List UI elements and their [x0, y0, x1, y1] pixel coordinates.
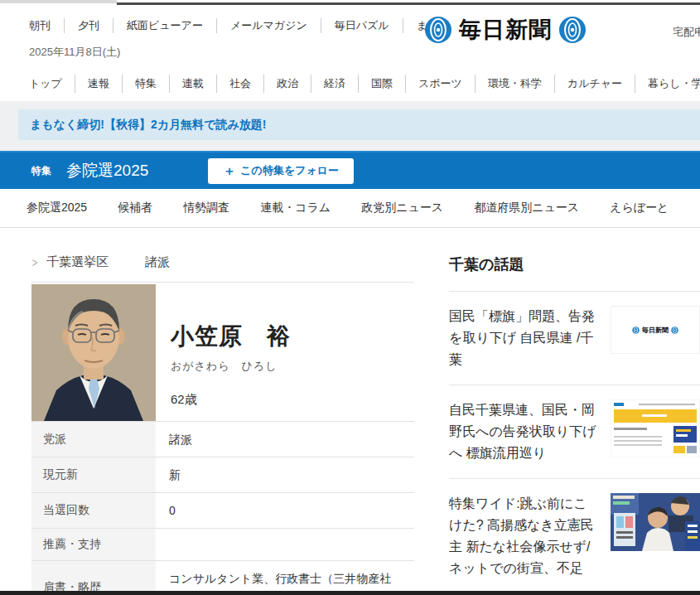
subscription-promo-banner[interactable]: まもなく締切!【秋得】2カ月無料で読み放題! [18, 109, 700, 140]
candidate-kana: おがさわら ひろし [171, 359, 291, 374]
nav-item-society[interactable]: 社会 [216, 75, 263, 93]
table-row-times-elected: 当選回数 0 [31, 493, 414, 529]
table-row-party: 党派 諸派 [31, 422, 414, 457]
nav-item-sports[interactable]: スポーツ [405, 75, 475, 93]
mainichi-logo[interactable]: 毎日新聞 [424, 15, 587, 45]
promo-text: まもなく締切!【秋得】2カ月無料で読み放題! [30, 118, 266, 133]
news-headline: 国民「標旗」問題、告発を取り下げ 自民県連 /千葉 [449, 306, 611, 370]
mainichi-eye-icon-left [424, 16, 452, 44]
utility-link-morning-edition[interactable]: 朝刊 [29, 18, 64, 33]
nav-item-economy[interactable]: 経済 [311, 75, 358, 93]
row-value: 新 [156, 457, 414, 493]
subnav-item-party-news[interactable]: 政党別ニュース [361, 201, 443, 215]
subnav-item-election2025[interactable]: 参院選2025 [27, 201, 87, 215]
feature-bar: 特集 参院選2025 ＋ この特集をフォロー [0, 151, 700, 189]
news-thumbnail-mainichi-logo: 毎日新聞 [611, 306, 700, 354]
main-navigation: トップ 速報 特集 連載 社会 政治 経済 国際 スポーツ 環境・科学 カルチャ… [0, 70, 700, 101]
candidate-header: 小笠原 裕 おがさわら ひろし 62歳 [31, 283, 414, 421]
news-thumbnail-news-photo [611, 493, 700, 551]
row-label: 党派 [31, 422, 156, 457]
news-headline: 自民千葉県連、国民・岡野氏への告発状取り下げへ 標旗流用巡り [449, 399, 611, 464]
logo-text: 毎日新聞 [459, 15, 552, 45]
utility-link-evening-edition[interactable]: 夕刊 [64, 18, 113, 33]
nav-item-culture[interactable]: カルチャー [554, 75, 635, 93]
mainichi-eye-icon-right [558, 16, 587, 44]
subnav-item-series-column[interactable]: 連載・コラム [260, 201, 331, 215]
mainichi-eye-icon [671, 327, 678, 334]
mainichi-eye-icon [632, 327, 640, 334]
subnav-item-poll-survey[interactable]: 情勢調査 [183, 201, 229, 215]
site-header: 朝刊 夕刊 紙面ビューアー メールマガジン 毎日パズル まいポ 毎日新聞 宅配申… [0, 5, 700, 70]
home-delivery-link[interactable]: 宅配申 [673, 25, 700, 40]
row-label: 肩書・略歴 [31, 561, 156, 595]
news-list-item[interactable]: 国民「標旗」問題、告発を取り下げ 自民県連 /千葉 毎日新聞 [449, 292, 700, 385]
table-row-endorsement: 推薦・支持 [31, 529, 414, 561]
row-label: 当選回数 [31, 493, 156, 529]
candidate-name: 小笠原 裕 [171, 321, 291, 352]
chiba-topics-sidebar: 千葉の話題 国民「標旗」問題、告発を取り下げ 自民県連 /千葉 毎日新聞 自民千… [449, 254, 700, 595]
feature-label: 特集 [31, 164, 51, 178]
nav-item-features[interactable]: 特集 [122, 75, 169, 93]
mini-logo-text: 毎日新聞 [642, 326, 669, 335]
election-sub-navigation: 参院選2025 候補者 情勢調査 連載・コラム 政党別ニュース 都道府県別ニュー… [0, 189, 700, 228]
feature-title[interactable]: 参院選2025 [66, 160, 148, 181]
row-value: 0 [156, 493, 414, 529]
table-row-status: 現元新 新 [31, 457, 414, 493]
bottom-cutoff-bar [0, 591, 700, 595]
subnav-item-candidates[interactable]: 候補者 [118, 201, 152, 215]
news-thumbnail-article-screenshot [611, 399, 700, 457]
breadcrumb-party[interactable]: 諸派 [145, 254, 170, 270]
follow-button-label: この特集をフォロー [240, 163, 339, 178]
row-label: 推薦・支持 [31, 529, 156, 561]
follow-feature-button[interactable]: ＋ この特集をフォロー [208, 158, 354, 184]
candidate-profile-table: 党派 諸派 現元新 新 当選回数 0 推薦・支持 肩書・略歴 コンサルタン [31, 421, 414, 595]
nav-item-politics[interactable]: 政治 [263, 75, 311, 93]
subnav-item-erabote[interactable]: えらぼーと [610, 201, 669, 215]
news-list-item[interactable]: 自民千葉県連、国民・岡野氏への告発状取り下げへ 標旗流用巡り [449, 385, 700, 479]
nav-item-environment-science[interactable]: 環境・科学 [475, 75, 554, 93]
nav-item-series[interactable]: 連載 [169, 75, 216, 93]
chevron-right-icon: > [32, 256, 38, 269]
row-value [156, 529, 414, 561]
candidate-name-block: 小笠原 裕 おがさわら ひろし 62歳 [156, 284, 291, 421]
candidate-photo [31, 284, 156, 421]
promo-section: まもなく締切!【秋得】2カ月無料で読み放題! [0, 101, 700, 151]
plus-icon: ＋ [223, 163, 235, 179]
row-label: 現元新 [31, 457, 156, 493]
nav-item-life-learning-medical[interactable]: 暮らし・学び・医療 [635, 75, 700, 93]
table-row-title-career: 肩書・略歴 コンサルタント業、行政書士（三井物産社員）広島県、東大 [31, 561, 414, 595]
subnav-item-prefecture-news[interactable]: 都道府県別ニュース [474, 201, 579, 215]
candidate-profile-section: > 千葉選挙区 諸派 [31, 254, 414, 595]
current-date: 2025年11月8日(土) [29, 45, 700, 60]
nav-item-top[interactable]: トップ [29, 75, 75, 93]
news-headline: 特集ワイド:跳ぶ前にこけた? 高揚感なき立憲民主 新たな社会像示せず/ネットでの… [449, 493, 611, 579]
cutoff-tab [0, 0, 117, 3]
utility-link-mail-magazine[interactable]: メールマガジン [216, 18, 321, 33]
nav-item-international[interactable]: 国際 [358, 75, 405, 93]
breadcrumb-district[interactable]: 千葉選挙区 [46, 254, 109, 270]
sidebar-title: 千葉の話題 [449, 254, 700, 274]
main-content: > 千葉選挙区 諸派 [0, 228, 700, 595]
breadcrumb: > 千葉選挙区 諸派 [31, 254, 414, 270]
utility-link-paper-viewer[interactable]: 紙面ビューアー [113, 18, 216, 33]
news-list-item[interactable]: 特集ワイド:跳ぶ前にこけた? 高揚感なき立憲民主 新たな社会像示せず/ネットでの… [449, 479, 700, 594]
nav-item-breaking[interactable]: 速報 [75, 75, 122, 93]
row-value: 諸派 [156, 422, 414, 457]
utility-nav: 朝刊 夕刊 紙面ビューアー メールマガジン 毎日パズル まいポ [29, 18, 700, 33]
row-value: コンサルタント業、行政書士（三井物産社員）広島県、東大 [156, 561, 414, 595]
utility-link-puzzle[interactable]: 毎日パズル [321, 18, 403, 33]
candidate-age: 62歳 [171, 392, 291, 408]
